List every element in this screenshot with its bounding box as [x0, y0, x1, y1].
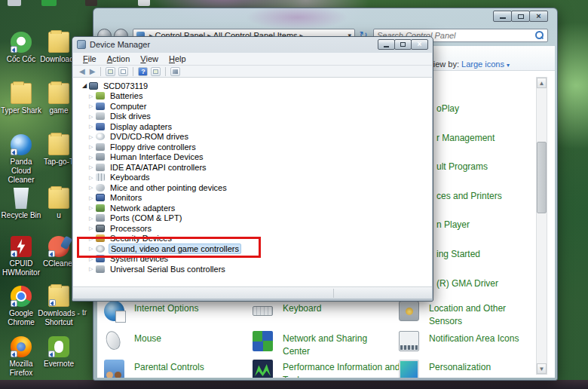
- desktop-icon-coccoc[interactable]: Cốc Cốc: [0, 32, 42, 64]
- back-icon[interactable]: ◀: [77, 66, 87, 77]
- expand-icon[interactable]: ▷: [89, 142, 96, 152]
- expand-icon[interactable]: ▷: [89, 101, 96, 111]
- cp-item-fragment-default-programs[interactable]: ult Programs: [436, 161, 488, 172]
- desktop-icon-sliver: [41, 0, 57, 6]
- expand-icon[interactable]: ▷: [89, 152, 96, 162]
- expand-icon[interactable]: ▷: [89, 121, 96, 131]
- device-tree: ◢ SCD073119 ▷Batteries ▷Computer ▷Disk d…: [73, 78, 432, 286]
- vertical-scrollbar[interactable]: ▲ ▼: [536, 77, 547, 375]
- tree-item-usb-controllers[interactable]: ▷Universal Serial Bus controllers: [73, 264, 432, 274]
- minimize-button[interactable]: [493, 11, 512, 22]
- tree-item-disk-drives[interactable]: ▷Disk drives: [73, 112, 432, 122]
- tree-item-ports[interactable]: ▷Ports (COM & LPT): [73, 213, 432, 224]
- expand-icon[interactable]: ▷: [89, 173, 96, 182]
- tree-item-processors[interactable]: ▷Processors: [73, 223, 432, 234]
- keyboard-icon: [253, 306, 273, 316]
- tree-root-computer[interactable]: ◢ SCD073119: [73, 81, 432, 91]
- expand-icon[interactable]: ▷: [89, 162, 96, 172]
- menu-view[interactable]: View: [135, 54, 164, 64]
- help-icon[interactable]: ?: [138, 67, 148, 76]
- cp-item-fragment-player[interactable]: n Player: [436, 219, 470, 230]
- keyboard-icon: [96, 173, 105, 181]
- desktop-icon-cpuid-hwmonitor[interactable]: CPUID HWMonitor: [0, 236, 42, 277]
- close-button[interactable]: ×: [411, 39, 428, 50]
- close-button[interactable]: ×: [529, 11, 548, 22]
- expand-icon[interactable]: ▷: [89, 254, 96, 264]
- cp-item-fragment-gma-driver[interactable]: (R) GMA Driver: [436, 278, 498, 289]
- desktop-icon-recycle-bin[interactable]: Recycle Bin: [0, 188, 42, 220]
- menu-action[interactable]: Action: [102, 54, 136, 64]
- tree-item-ide-controllers[interactable]: ▷IDE ATA/ATAPI controllers: [73, 162, 432, 173]
- expand-icon[interactable]: ▷: [89, 213, 96, 223]
- status-bar: [73, 286, 432, 299]
- tree-item-label: Mice and other pointing devices: [109, 183, 228, 192]
- expand-icon[interactable]: ▷: [89, 264, 96, 274]
- expand-icon[interactable]: ▷: [89, 223, 96, 233]
- cp-item-fragment-devices-printers[interactable]: ces and Printers: [436, 191, 502, 201]
- menu-help[interactable]: Help: [164, 54, 191, 64]
- expand-icon[interactable]: ▷: [89, 203, 96, 213]
- tree-item-computer[interactable]: ▷Computer: [73, 101, 432, 112]
- show-console-tree-icon[interactable]: [106, 67, 115, 76]
- expand-icon[interactable]: ▷: [89, 182, 96, 192]
- cp-item-fragment-getting-started[interactable]: ing Started: [436, 249, 480, 259]
- scroll-down-icon[interactable]: ▼: [537, 363, 547, 374]
- tree-item-label: DVD/CD-ROM drives: [109, 132, 190, 141]
- desktop-icon-sliver: [8, 0, 21, 6]
- maximize-button[interactable]: [511, 11, 530, 22]
- tree-item-label: Monitors: [109, 193, 143, 202]
- chevron-down-icon[interactable]: ▾: [507, 62, 510, 69]
- menu-file[interactable]: File: [78, 54, 102, 64]
- expand-icon[interactable]: ▷: [89, 91, 96, 101]
- toolbar-separator: [133, 67, 133, 76]
- tree-item-hid[interactable]: ▷Human Interface Devices: [73, 152, 432, 163]
- tree-item-mice[interactable]: ▷Mice and other pointing devices: [73, 182, 432, 193]
- desktop-icon-mozilla-firefox[interactable]: Mozilla Firefox: [0, 336, 42, 378]
- speaker-icon: [96, 245, 105, 253]
- cp-item-label: Performance Information and Tools: [283, 361, 403, 378]
- cp-item-fragment-autoplay[interactable]: oPlay: [436, 103, 459, 114]
- export-icon[interactable]: [151, 67, 161, 76]
- view-by-value[interactable]: Large icons: [461, 60, 504, 69]
- tree-item-keyboards[interactable]: ▷Keyboards: [73, 173, 432, 183]
- expand-icon[interactable]: ▷: [89, 234, 96, 244]
- cp-item-label: Personalization: [429, 361, 527, 374]
- tree-item-network-adapters[interactable]: ▷Network adapters: [73, 203, 432, 213]
- tree-item-batteries[interactable]: ▷Batteries: [73, 91, 432, 102]
- ide-icon: [96, 164, 105, 171]
- tree-item-monitors[interactable]: ▷Monitors: [73, 193, 432, 204]
- usb-icon: [96, 265, 105, 273]
- security-device-icon: [96, 234, 105, 242]
- search-icon[interactable]: [534, 30, 544, 41]
- tree-item-label: Keyboards: [109, 173, 152, 182]
- tree-item-system-devices[interactable]: ▷System devices: [73, 254, 432, 265]
- title-bar[interactable]: Device Manager ×: [72, 37, 433, 52]
- notification-icon: [399, 331, 419, 351]
- tree-item-sound-video-game[interactable]: ▷Sound, video and game controllers: [73, 244, 432, 254]
- shortcut-arrow-icon: [11, 300, 17, 307]
- desktop-icon-google-chrome[interactable]: Google Chrome: [0, 286, 42, 327]
- expand-icon[interactable]: ▷: [89, 244, 96, 253]
- minimize-button[interactable]: [378, 39, 395, 50]
- collapse-icon[interactable]: ◢: [82, 81, 89, 90]
- scroll-up-icon[interactable]: ▲: [537, 78, 547, 88]
- forward-icon[interactable]: ▶: [87, 66, 98, 77]
- chrome-icon: [11, 286, 32, 307]
- expand-icon[interactable]: ▷: [89, 193, 96, 203]
- tree-item-security-devices[interactable]: ▷Security Devices: [73, 234, 432, 244]
- desktop-icon-evernote[interactable]: Evernote: [38, 336, 80, 369]
- expand-icon[interactable]: ▷: [89, 132, 96, 142]
- cp-item-fragment-color-management[interactable]: r Management: [436, 133, 495, 143]
- maximize-button[interactable]: [394, 39, 412, 50]
- properties-icon[interactable]: [118, 67, 128, 76]
- expand-icon[interactable]: ▷: [89, 112, 96, 121]
- tree-item-dvd-cdrom[interactable]: ▷DVD/CD-ROM drives: [73, 132, 432, 142]
- scan-hardware-changes-icon[interactable]: [170, 67, 180, 76]
- desktop-icon-panda-cloud-cleaner[interactable]: Panda Cloud Cleaner: [0, 134, 42, 185]
- mouse-icon: [104, 329, 123, 351]
- tree-item-display-adapters[interactable]: ▷Display adapters: [73, 121, 432, 132]
- tree-item-floppy-controllers[interactable]: ▷Floppy drive controllers: [73, 142, 432, 152]
- desktop-icon-typer-shark[interactable]: Typer Shark: [0, 83, 42, 115]
- scrollbar-thumb[interactable]: [537, 142, 547, 213]
- shortcut-arrow-icon: [11, 149, 17, 155]
